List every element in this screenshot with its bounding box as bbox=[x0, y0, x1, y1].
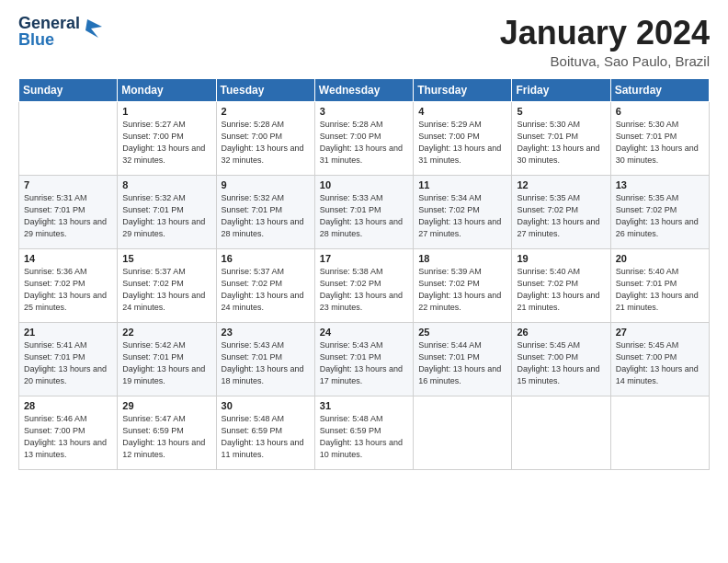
day-number: 1 bbox=[122, 106, 210, 117]
cell-info: Sunrise: 5:40 AMSunset: 7:01 PMDaylight:… bbox=[616, 267, 699, 312]
day-number: 2 bbox=[222, 106, 310, 117]
calendar-cell: 11 Sunrise: 5:34 AMSunset: 7:02 PMDaylig… bbox=[414, 175, 512, 248]
calendar-cell bbox=[512, 396, 610, 469]
calendar-cell bbox=[19, 101, 118, 175]
day-number: 28 bbox=[24, 400, 112, 411]
calendar-cell: 16 Sunrise: 5:37 AMSunset: 7:02 PMDaylig… bbox=[216, 248, 314, 322]
cell-info: Sunrise: 5:30 AMSunset: 7:01 PMDaylight:… bbox=[517, 120, 599, 165]
calendar-cell: 22 Sunrise: 5:42 AMSunset: 7:01 PMDaylig… bbox=[118, 322, 216, 396]
calendar-cell: 12 Sunrise: 5:35 AMSunset: 7:02 PMDaylig… bbox=[512, 175, 610, 248]
calendar-cell: 8 Sunrise: 5:32 AMSunset: 7:01 PMDayligh… bbox=[118, 175, 216, 248]
day-number: 21 bbox=[24, 327, 112, 338]
day-number: 30 bbox=[222, 400, 310, 411]
day-number: 18 bbox=[418, 253, 506, 264]
calendar-cell: 21 Sunrise: 5:41 AMSunset: 7:01 PMDaylig… bbox=[19, 322, 118, 396]
day-number: 10 bbox=[320, 179, 408, 190]
calendar-cell: 27 Sunrise: 5:45 AMSunset: 7:00 PMDaylig… bbox=[610, 322, 709, 396]
cell-info: Sunrise: 5:48 AMSunset: 6:59 PMDaylight:… bbox=[320, 414, 403, 459]
calendar-cell: 13 Sunrise: 5:35 AMSunset: 7:02 PMDaylig… bbox=[610, 175, 709, 248]
cell-info: Sunrise: 5:32 AMSunset: 7:01 PMDaylight:… bbox=[222, 193, 304, 238]
calendar-cell: 7 Sunrise: 5:31 AMSunset: 7:01 PMDayligh… bbox=[19, 175, 118, 248]
calendar-cell: 26 Sunrise: 5:45 AMSunset: 7:00 PMDaylig… bbox=[512, 322, 610, 396]
calendar-cell: 3 Sunrise: 5:28 AMSunset: 7:00 PMDayligh… bbox=[314, 101, 413, 175]
day-number: 16 bbox=[222, 253, 310, 264]
col-header-thursday: Thursday bbox=[414, 78, 512, 101]
cell-info: Sunrise: 5:39 AMSunset: 7:02 PMDaylight:… bbox=[418, 267, 501, 312]
cell-info: Sunrise: 5:29 AMSunset: 7:00 PMDaylight:… bbox=[418, 120, 501, 165]
col-header-saturday: Saturday bbox=[610, 78, 709, 101]
cell-info: Sunrise: 5:35 AMSunset: 7:02 PMDaylight:… bbox=[517, 193, 599, 238]
logo-bird-icon bbox=[82, 17, 102, 45]
cell-info: Sunrise: 5:45 AMSunset: 7:00 PMDaylight:… bbox=[517, 340, 599, 385]
day-number: 5 bbox=[517, 106, 605, 117]
calendar-week-row: 21 Sunrise: 5:41 AMSunset: 7:01 PMDaylig… bbox=[19, 322, 710, 396]
day-number: 9 bbox=[222, 179, 310, 190]
day-number: 11 bbox=[418, 179, 506, 190]
calendar-cell: 19 Sunrise: 5:40 AMSunset: 7:02 PMDaylig… bbox=[512, 248, 610, 322]
col-header-monday: Monday bbox=[118, 78, 216, 101]
day-number: 29 bbox=[122, 400, 210, 411]
day-number: 24 bbox=[320, 327, 408, 338]
calendar-cell: 30 Sunrise: 5:48 AMSunset: 6:59 PMDaylig… bbox=[216, 396, 314, 469]
day-number: 26 bbox=[517, 327, 605, 338]
calendar-cell: 4 Sunrise: 5:29 AMSunset: 7:00 PMDayligh… bbox=[414, 101, 512, 175]
cell-info: Sunrise: 5:46 AMSunset: 7:00 PMDaylight:… bbox=[24, 414, 107, 459]
calendar-cell: 1 Sunrise: 5:27 AMSunset: 7:00 PMDayligh… bbox=[118, 101, 216, 175]
day-number: 6 bbox=[616, 106, 704, 117]
calendar-week-row: 14 Sunrise: 5:36 AMSunset: 7:02 PMDaylig… bbox=[19, 248, 710, 322]
cell-info: Sunrise: 5:34 AMSunset: 7:02 PMDaylight:… bbox=[418, 193, 501, 238]
calendar-cell: 28 Sunrise: 5:46 AMSunset: 7:00 PMDaylig… bbox=[19, 396, 118, 469]
calendar-cell: 14 Sunrise: 5:36 AMSunset: 7:02 PMDaylig… bbox=[19, 248, 118, 322]
calendar-week-row: 1 Sunrise: 5:27 AMSunset: 7:00 PMDayligh… bbox=[19, 101, 710, 175]
cell-info: Sunrise: 5:32 AMSunset: 7:01 PMDaylight:… bbox=[122, 193, 205, 238]
calendar-week-row: 7 Sunrise: 5:31 AMSunset: 7:01 PMDayligh… bbox=[19, 175, 710, 248]
calendar-cell: 17 Sunrise: 5:38 AMSunset: 7:02 PMDaylig… bbox=[314, 248, 413, 322]
cell-info: Sunrise: 5:35 AMSunset: 7:02 PMDaylight:… bbox=[616, 193, 699, 238]
col-header-friday: Friday bbox=[512, 78, 610, 101]
calendar-cell: 5 Sunrise: 5:30 AMSunset: 7:01 PMDayligh… bbox=[512, 101, 610, 175]
calendar-cell: 29 Sunrise: 5:47 AMSunset: 6:59 PMDaylig… bbox=[118, 396, 216, 469]
cell-info: Sunrise: 5:31 AMSunset: 7:01 PMDaylight:… bbox=[24, 193, 107, 238]
calendar-cell: 23 Sunrise: 5:43 AMSunset: 7:01 PMDaylig… bbox=[216, 322, 314, 396]
day-number: 15 bbox=[122, 253, 210, 264]
calendar-cell: 2 Sunrise: 5:28 AMSunset: 7:00 PMDayligh… bbox=[216, 101, 314, 175]
calendar-cell: 18 Sunrise: 5:39 AMSunset: 7:02 PMDaylig… bbox=[414, 248, 512, 322]
calendar-table: SundayMondayTuesdayWednesdayThursdayFrid… bbox=[18, 78, 710, 470]
day-number: 4 bbox=[418, 106, 506, 117]
calendar-cell bbox=[610, 396, 709, 469]
col-header-wednesday: Wednesday bbox=[314, 78, 413, 101]
page: General Blue January 2024 Boituva, Sao P… bbox=[0, 0, 728, 563]
col-header-sunday: Sunday bbox=[19, 78, 118, 101]
day-number: 31 bbox=[320, 400, 408, 411]
cell-info: Sunrise: 5:48 AMSunset: 6:59 PMDaylight:… bbox=[222, 414, 304, 459]
day-number: 12 bbox=[517, 179, 605, 190]
calendar-cell: 20 Sunrise: 5:40 AMSunset: 7:01 PMDaylig… bbox=[610, 248, 709, 322]
cell-info: Sunrise: 5:38 AMSunset: 7:02 PMDaylight:… bbox=[320, 267, 403, 312]
calendar-cell: 9 Sunrise: 5:32 AMSunset: 7:01 PMDayligh… bbox=[216, 175, 314, 248]
day-number: 8 bbox=[122, 179, 210, 190]
cell-info: Sunrise: 5:47 AMSunset: 6:59 PMDaylight:… bbox=[122, 414, 205, 459]
cell-info: Sunrise: 5:33 AMSunset: 7:01 PMDaylight:… bbox=[320, 193, 403, 238]
calendar-cell: 15 Sunrise: 5:37 AMSunset: 7:02 PMDaylig… bbox=[118, 248, 216, 322]
day-number: 13 bbox=[616, 179, 704, 190]
cell-info: Sunrise: 5:45 AMSunset: 7:00 PMDaylight:… bbox=[616, 340, 699, 385]
subtitle: Boituva, Sao Paulo, Brazil bbox=[500, 53, 710, 69]
cell-info: Sunrise: 5:43 AMSunset: 7:01 PMDaylight:… bbox=[320, 340, 403, 385]
calendar-week-row: 28 Sunrise: 5:46 AMSunset: 7:00 PMDaylig… bbox=[19, 396, 710, 469]
cell-info: Sunrise: 5:40 AMSunset: 7:02 PMDaylight:… bbox=[517, 267, 599, 312]
cell-info: Sunrise: 5:30 AMSunset: 7:01 PMDaylight:… bbox=[616, 120, 699, 165]
logo: General Blue bbox=[18, 15, 102, 48]
title-block: January 2024 Boituva, Sao Paulo, Brazil bbox=[500, 15, 710, 69]
cell-info: Sunrise: 5:37 AMSunset: 7:02 PMDaylight:… bbox=[122, 267, 205, 312]
cell-info: Sunrise: 5:36 AMSunset: 7:02 PMDaylight:… bbox=[24, 267, 107, 312]
svg-marker-0 bbox=[85, 19, 102, 38]
day-number: 7 bbox=[24, 179, 112, 190]
cell-info: Sunrise: 5:42 AMSunset: 7:01 PMDaylight:… bbox=[122, 340, 205, 385]
cell-info: Sunrise: 5:27 AMSunset: 7:00 PMDaylight:… bbox=[122, 120, 205, 165]
calendar-cell: 25 Sunrise: 5:44 AMSunset: 7:01 PMDaylig… bbox=[414, 322, 512, 396]
cell-info: Sunrise: 5:41 AMSunset: 7:01 PMDaylight:… bbox=[24, 340, 107, 385]
col-header-tuesday: Tuesday bbox=[216, 78, 314, 101]
month-title: January 2024 bbox=[500, 15, 710, 52]
calendar-cell: 31 Sunrise: 5:48 AMSunset: 6:59 PMDaylig… bbox=[314, 396, 413, 469]
day-number: 3 bbox=[320, 106, 408, 117]
